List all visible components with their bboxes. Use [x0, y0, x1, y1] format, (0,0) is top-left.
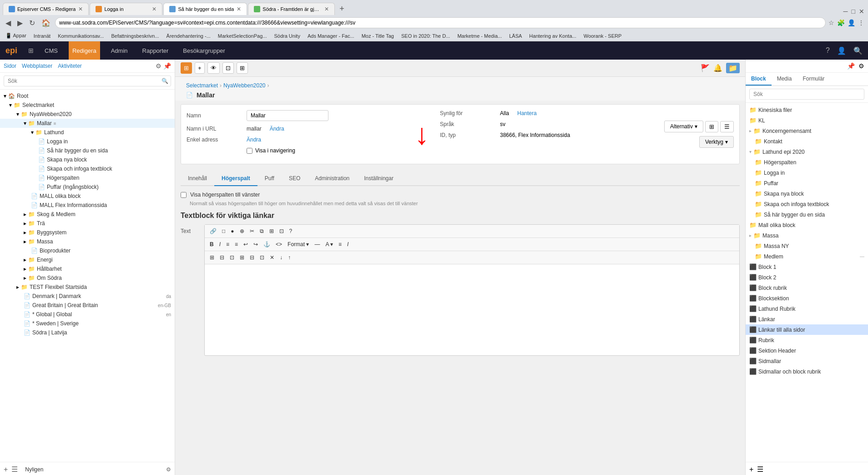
tab-close-episerver[interactable]: ✕ [76, 6, 83, 12]
synlig-link[interactable]: Hantera [517, 110, 537, 116]
rt-item-block-rubrik[interactable]: ⬛ Block rubrik [746, 283, 868, 293]
right-panel-search-input[interactable] [749, 89, 864, 100]
grid-view-button[interactable]: ⊞ [237, 62, 248, 74]
tab-sodra[interactable]: Södra - Framtiden är gjord av tr... ✕ [248, 3, 335, 15]
compare-button[interactable]: ⊡ [222, 62, 234, 74]
rt-item-kinesiska[interactable]: 📁 Kinesiska filer [746, 105, 868, 115]
rt-item-skapa-infoga-rp[interactable]: 📁 Skapa och infoga textblock [746, 199, 868, 209]
view-columns-button[interactable]: ⊞ [705, 121, 718, 132]
list-view-icon[interactable]: ☰ [11, 465, 18, 474]
preview-button[interactable]: 👁 [207, 62, 220, 74]
rp-add-icon[interactable]: + [749, 465, 753, 474]
rt-item-massa-ny[interactable]: 📁 Massa NY [746, 241, 868, 251]
tab-close-sa-har[interactable]: ✕ [234, 6, 241, 12]
te-table-btn2[interactable]: ⊟ [217, 253, 227, 262]
sidebar-link-webbplatser[interactable]: Webbplatser [22, 63, 52, 69]
bookmark-lasa[interactable]: LÄSA [507, 32, 524, 40]
te-align-btn[interactable]: ≡ [336, 240, 344, 249]
rt-item-skapa-block-rp[interactable]: 📁 Skapa nya block [746, 188, 868, 199]
bookmark-seo[interactable]: SEO in 2020: The D... [399, 32, 452, 40]
rt-item-sa-har-rp[interactable]: 📁 Så här bygger du en sida [746, 209, 868, 220]
add-content-button[interactable]: + [195, 62, 205, 74]
close-btn[interactable]: ✕ [859, 8, 864, 15]
sidebar-link-aktiviteter[interactable]: Aktiviteter [58, 63, 82, 69]
tab-seo[interactable]: SEO [282, 172, 308, 186]
rt-item-kl[interactable]: 📁 KL [746, 115, 868, 126]
te-hr-btn[interactable]: — [312, 240, 322, 249]
add-page-icon[interactable]: + [4, 465, 8, 474]
bookmark-hantering[interactable]: Hantering av Konta... [527, 32, 578, 40]
te-italic-btn[interactable]: I [217, 240, 223, 249]
rp-tab-formular[interactable]: Formulär [797, 73, 830, 86]
new-tab-button[interactable]: + [336, 4, 348, 14]
te-row-down-btn[interactable]: ↓ [278, 253, 285, 262]
alternativ-button[interactable]: Alternativ ▾ [664, 121, 703, 132]
bookmark-star-icon[interactable]: ☆ [828, 19, 834, 26]
te-ul-btn[interactable]: ≡ [224, 240, 232, 249]
tree-item-sa-har[interactable]: 📄 Så här bygger du en sida [0, 146, 175, 155]
bookmark-marketme[interactable]: Marketme - Media... [455, 32, 504, 40]
namn-url-link[interactable]: Ändra [270, 126, 284, 132]
te-copy-btn[interactable]: ⧉ [257, 227, 266, 236]
rt-item-medlem[interactable]: 📁 Medlem — [746, 251, 868, 262]
tree-item-nyawebben[interactable]: ▾ 📁 NyaWebben2020 [0, 110, 175, 119]
rp-list-icon[interactable]: ☰ [757, 465, 763, 474]
te-table-btn5[interactable]: ⊟ [247, 253, 257, 262]
te-code-btn[interactable]: <> [273, 240, 284, 249]
tree-item-selectmarket[interactable]: ▾ 📁 Selectmarket [0, 101, 175, 110]
rp-tab-media[interactable]: Media [772, 73, 797, 86]
tree-item-lathund[interactable]: ▾ 📁 Lathund [0, 128, 175, 137]
tree-item-skapa-block[interactable]: 📄 Skapa nya block [0, 155, 175, 164]
bookmark-woorank[interactable]: Woorank - SERP [582, 32, 624, 40]
tree-item-root[interactable]: ▾ 🏠 Root [0, 91, 175, 101]
tree-item-test-flexibel[interactable]: ▸ 📁 TEST Flexibel Startsida [0, 283, 175, 292]
rt-item-lathund-rubrik[interactable]: ⬛ Lathund Rubrik [746, 303, 868, 314]
folder-nav-icon[interactable]: 📁 [726, 63, 740, 73]
back-button[interactable]: ◀ [4, 18, 13, 28]
maximize-btn[interactable]: □ [852, 8, 855, 15]
nav-rapporter[interactable]: Rapporter [139, 41, 172, 60]
tab-hogerspalt[interactable]: Högerspalt [214, 172, 257, 186]
rt-item-block2[interactable]: ⬛ Block 2 [746, 272, 868, 283]
rt-item-rubrik[interactable]: ⬛ Rubrik [746, 335, 868, 345]
te-redo-btn[interactable]: ↪ [251, 240, 260, 249]
te-table-btn6[interactable]: ⊡ [257, 253, 267, 262]
bookmark-moz[interactable]: Moz - Title Tag [360, 32, 396, 40]
tab-episerver[interactable]: Episerver CMS - Redigera ✕ [3, 3, 89, 15]
tree-item-sodra-latvija[interactable]: 📄 Södra | Latvija [0, 328, 175, 337]
te-cut-btn[interactable]: ✂ [247, 227, 257, 236]
tab-innehall[interactable]: Innehåll [181, 172, 214, 186]
te-row-up-btn[interactable]: ↑ [286, 253, 293, 262]
tree-item-puffar[interactable]: 📄 Puffar (Ingångsblock) [0, 182, 175, 192]
flag-icon[interactable]: 🚩 [701, 64, 710, 72]
rt-item-block1[interactable]: ⬛ Block 1 [746, 262, 868, 272]
rp-tab-block[interactable]: Block [746, 73, 772, 86]
verktyg-button[interactable]: Verktyg ▾ [699, 136, 734, 148]
nav-redigera[interactable]: Redigera [69, 41, 100, 60]
rt-item-massa-rp[interactable]: ▸ 📁 Massa [746, 230, 868, 241]
te-format-btn[interactable]: Format ▾ [285, 240, 311, 249]
extensions-icon[interactable]: 🧩 [837, 19, 845, 26]
rt-item-mall-olika-rp[interactable]: 📁 Mall olika block [746, 220, 868, 230]
te-table-btn1[interactable]: ⊞ [207, 253, 217, 262]
tab-sa-har[interactable]: Så här bygger du en sida ✕ [163, 3, 247, 15]
te-undo-btn[interactable]: ↩ [241, 240, 250, 249]
te-table-delete-btn[interactable]: ✕ [267, 253, 277, 262]
tree-actions-mallar[interactable]: ≡ [54, 121, 56, 126]
te-media-btn[interactable]: ● [228, 227, 236, 236]
tab-installningar[interactable]: Inställningar [357, 172, 401, 186]
home-button[interactable]: 🏠 [40, 18, 52, 28]
tree-item-hallbarhet[interactable]: ▸ 📁 Hållbarhet [0, 264, 175, 273]
te-image-btn[interactable]: □ [220, 227, 227, 236]
nav-besok[interactable]: Besökargrupper [179, 41, 229, 60]
account-icon[interactable]: 👤 [848, 19, 855, 26]
tree-item-byggsystem[interactable]: ▸ 📁 Byggsystem [0, 228, 175, 237]
tree-item-skog[interactable]: ▸ 📁 Skog & Medlem [0, 210, 175, 219]
tree-item-om-sodra[interactable]: ▸ 📁 Om Södra [0, 273, 175, 283]
rt-item-kontakt[interactable]: 📁 Kontakt [746, 136, 868, 147]
view-list-button[interactable]: ☰ [720, 121, 734, 132]
te-fullscreen-btn[interactable]: ⊡ [277, 227, 286, 236]
tree-view-button[interactable]: ⊞ [181, 62, 192, 74]
tree-item-mall-olika[interactable]: 📄 MALL olika block [0, 192, 175, 201]
tab-administration[interactable]: Administration [308, 172, 357, 186]
